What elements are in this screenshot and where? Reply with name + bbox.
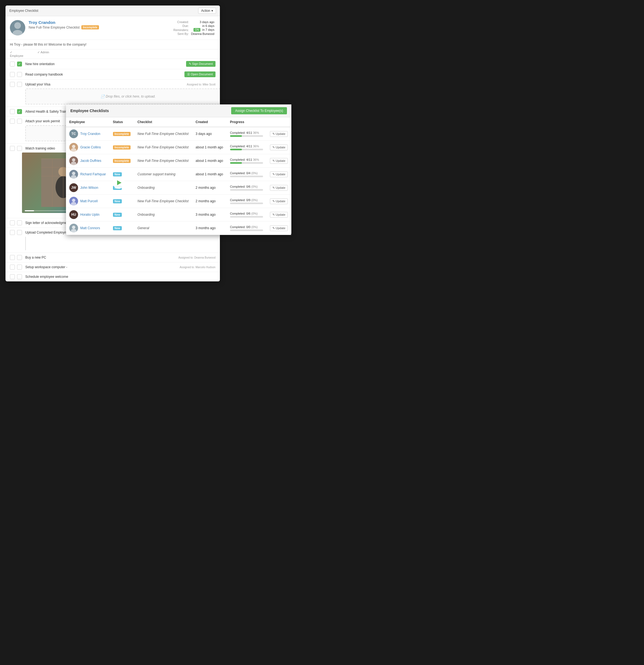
item-label: Setup workspace computer - — [25, 265, 179, 269]
employee-link[interactable]: John Wilson — [80, 186, 98, 190]
progress-bar — [230, 149, 263, 150]
employee-link[interactable]: Matt Connors — [80, 226, 100, 230]
progress-bar — [230, 189, 263, 191]
employee-cell: Gracie Collins — [69, 143, 106, 152]
progress-container: Completed: 0/6 (0%) — [230, 185, 263, 191]
created-cell: about 1 month ago — [192, 141, 227, 154]
svg-point-13 — [72, 158, 75, 162]
avatar — [69, 156, 78, 165]
status-badge: Incomplete — [113, 159, 131, 163]
progress-fill — [230, 149, 242, 150]
progress-container: Completed: 4/11 36% — [230, 158, 263, 164]
employee-checkbox[interactable] — [10, 61, 15, 66]
admin-checkbox[interactable] — [17, 72, 22, 77]
progress-text: Completed: 4/11 36% — [230, 145, 263, 148]
status-badge: Incomplete — [113, 132, 131, 136]
column-headers: ✓ Employee ✓ Admin — [5, 50, 220, 59]
employee-checkbox[interactable] — [10, 265, 15, 270]
update-button[interactable]: ✎ Update — [270, 145, 288, 150]
admin-checkbox[interactable] — [17, 221, 22, 225]
status-badge: Incomplete — [113, 145, 131, 150]
employee-cell: Matt Purcell — [69, 197, 106, 206]
action-button[interactable]: Action ▾ — [198, 8, 216, 14]
window-header: Employee Checklist Action ▾ — [5, 5, 220, 16]
admin-checkbox[interactable]: ✓ — [17, 61, 22, 66]
employee-checkbox[interactable] — [10, 119, 15, 124]
employee-link[interactable]: Jacob Duffries — [80, 159, 101, 163]
employee-checkbox[interactable] — [10, 230, 15, 235]
employee-link[interactable]: Horatio Uptin — [80, 213, 99, 216]
table-row: TC Troy Crandon Incomplete New Full-Time… — [66, 127, 291, 141]
checklist-item: Read company handbook ☰ Open Document — [5, 69, 220, 80]
employee-link[interactable]: Matt Purcell — [80, 199, 98, 203]
table-header-row: Employee Status Checklist Created Progre… — [66, 117, 291, 127]
admin-checkbox[interactable] — [17, 265, 22, 270]
item-label: Read company handbook — [25, 73, 185, 76]
table-row: Jacob Duffries Incomplete New Full-Time … — [66, 154, 291, 168]
employee-checkbox[interactable] — [10, 146, 15, 151]
chevron-down-icon: ▾ — [211, 9, 213, 13]
update-button[interactable]: ✎ Update — [270, 158, 288, 164]
item-label: Buy a new PC — [25, 255, 178, 260]
employee-checkbox[interactable] — [10, 255, 15, 260]
employee-cell: JW John Wilson — [69, 183, 106, 192]
progress-text: Completed: 0/0 (0%) — [230, 225, 263, 229]
table-row: Matt Connors New General 3 months ago Co… — [66, 222, 291, 235]
col-checklist: Checklist — [134, 117, 192, 127]
svg-point-15 — [72, 172, 75, 175]
employee-cell: HU Horatio Uptin — [69, 210, 106, 219]
col-progress: Progress — [227, 117, 267, 127]
play-button[interactable] — [113, 177, 125, 189]
employee-checkbox[interactable] — [10, 221, 15, 225]
employee-checkbox[interactable] — [10, 109, 15, 114]
sign-document-button[interactable]: ✎ Sign Document — [186, 61, 215, 67]
progress-container: Completed: 0/0 (0%) — [230, 225, 263, 231]
update-button[interactable]: ✎ Update — [270, 225, 288, 231]
employee-link[interactable]: Troy Crandon — [80, 132, 100, 136]
admin-checkbox[interactable] — [17, 119, 22, 124]
checklist-item: Setup workspace computer - Assigned to: … — [5, 262, 220, 272]
svg-point-17 — [72, 199, 75, 202]
progress-container: Completed: 4/11 36% — [230, 131, 263, 137]
employee-checkbox[interactable] — [10, 72, 15, 77]
update-button[interactable]: ✎ Update — [270, 171, 288, 177]
employee-link[interactable]: Richard Farhquar — [80, 172, 106, 176]
assign-checklist-button[interactable]: Assign Checklist To Employee(s) — [231, 107, 287, 114]
progress-bar — [230, 176, 263, 177]
update-button[interactable]: ✎ Update — [270, 185, 288, 191]
checklist-item: Schedule employee welcome — [5, 272, 220, 281]
item-label: Schedule employee welcome — [25, 275, 215, 279]
update-button[interactable]: ✎ Update — [270, 198, 288, 204]
checklist-item: Upload your Visa Assigned to: Mike Scott… — [5, 80, 220, 107]
admin-checkbox[interactable]: ✓ — [17, 109, 22, 114]
table-row: Gracie Collins Incomplete New Full-Time … — [66, 141, 291, 154]
update-button[interactable]: ✎ Update — [270, 131, 288, 137]
admin-checkbox[interactable] — [17, 255, 22, 260]
progress-text: Completed: 4/11 36% — [230, 158, 263, 161]
assigned-to: Assigned to: Mike Scott — [187, 83, 216, 86]
open-document-button[interactable]: ☰ Open Document — [185, 72, 215, 77]
svg-point-11 — [72, 145, 75, 148]
status-badge: New — [113, 226, 122, 230]
table-row: HU Horatio Uptin New Onboarding 3 months… — [66, 208, 291, 222]
update-button[interactable]: ✎ Update — [270, 212, 288, 217]
admin-checkbox[interactable] — [17, 230, 22, 235]
avatar: HU — [69, 210, 78, 219]
avatar: JW — [69, 183, 78, 192]
table-row: JW John Wilson New Onboarding 2 months a… — [66, 181, 291, 194]
employee-link[interactable]: Gracie Collins — [80, 145, 101, 149]
progress-container: Completed: 4/11 36% — [230, 145, 263, 150]
meta-info: Created: 3 days ago Due: in 6 days Remin… — [172, 20, 215, 36]
admin-checkbox[interactable] — [17, 146, 22, 151]
checklist-name: New Full-Time Employee Checklist — [137, 132, 189, 136]
assigned-to: Assigned to: Marcelo Hudson — [179, 266, 215, 269]
upload-zone[interactable]: 📄 Drop files, or click here, to upload. — [25, 89, 220, 104]
employee-checkbox[interactable] — [10, 274, 15, 279]
admin-checkbox[interactable] — [17, 274, 22, 279]
employee-cell: TC Troy Crandon — [69, 129, 106, 138]
col-created: Created — [192, 117, 227, 127]
created-cell: about 1 month ago — [192, 154, 227, 168]
employee-checkbox[interactable] — [10, 82, 15, 87]
employee-name[interactable]: Troy Crandon — [29, 20, 172, 25]
admin-checkbox[interactable] — [17, 82, 22, 87]
